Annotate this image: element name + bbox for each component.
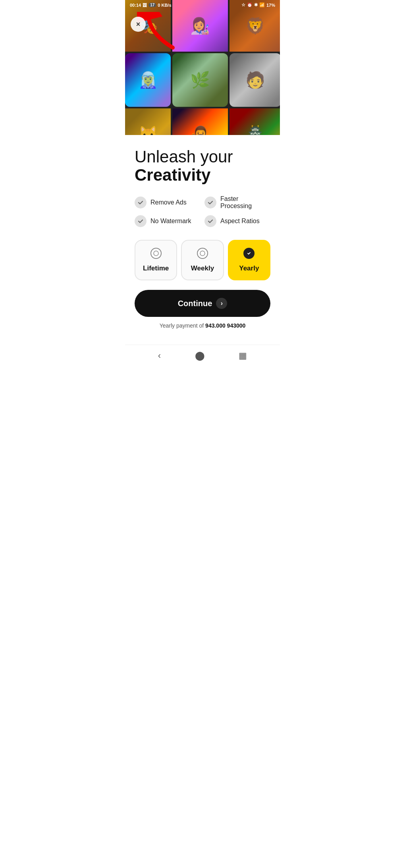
feature-faster-processing: Faster Processing [204, 195, 270, 210]
recents-icon[interactable]: ▦ [239, 351, 247, 361]
feature-aspect-ratios: Aspect Ratios [204, 215, 270, 227]
feature-label-remove-ads: Remove Ads [150, 199, 187, 206]
check-icon-remove-ads [135, 197, 147, 208]
grid-layout: 🎭 👩‍🎨 🦁 🧝‍♀️ 🌿 🧑 🐱 🥷 🏯 [125, 0, 280, 135]
main-content: Unleash your Creativity Remove Ads Faste… [125, 135, 280, 345]
image-gallery: 🎭 👩‍🎨 🦁 🧝‍♀️ 🌿 🧑 🐱 🥷 🏯 × [125, 0, 280, 135]
star-icon: ☆ [241, 2, 245, 8]
bottom-nav: ‹ ⬤ ▦ [125, 345, 280, 366]
payment-prefix: Yearly payment of [160, 322, 205, 329]
plan-weekly[interactable]: Weekly [181, 240, 224, 280]
close-button[interactable]: × [131, 17, 146, 32]
check-icon-aspect-ratios [204, 215, 216, 227]
feature-remove-ads: Remove Ads [135, 195, 201, 210]
headline-line1: Unleash your [135, 147, 233, 166]
feature-label-faster-processing: Faster Processing [220, 195, 270, 210]
continue-arrow-icon: › [216, 298, 227, 309]
continue-button[interactable]: Continue › [135, 290, 270, 317]
data-speed: 0 KB/s [158, 3, 171, 8]
feature-label-no-watermark: No Watermark [150, 218, 191, 225]
radio-yearly [243, 248, 255, 259]
grid-image-7: 🐱 [125, 108, 171, 135]
check-icon-faster-processing [204, 197, 216, 208]
notification-icon: 🖼 [143, 3, 147, 8]
feature-label-aspect-ratios: Aspect Ratios [220, 218, 260, 225]
features-list: Remove Ads Faster Processing No Watermar… [135, 195, 270, 227]
plan-lifetime-label: Lifetime [143, 264, 169, 272]
radio-weekly [197, 248, 208, 259]
radio-lifetime [150, 248, 162, 259]
plan-yearly-label: Yearly [239, 264, 259, 272]
grid-image-9: 🏯 [230, 108, 280, 135]
feature-no-watermark: No Watermark [135, 215, 201, 227]
time: 00:14 [130, 3, 141, 8]
payment-amount: 943.000 943000 [205, 322, 245, 329]
grid-image-5: 🌿 [172, 53, 228, 107]
wifi-icon: 📶 [259, 2, 265, 8]
plan-yearly[interactable]: Yearly [228, 240, 270, 280]
payment-note: Yearly payment of 943.000 943000 [135, 322, 270, 329]
plan-lifetime[interactable]: Lifetime [135, 240, 177, 280]
bluetooth-icon: ✱ [254, 2, 258, 8]
alarm-icon: ⏰ [247, 2, 253, 8]
headline: Unleash your Creativity [135, 148, 270, 184]
badge: 17 [148, 3, 156, 7]
continue-label: Continue [178, 299, 212, 308]
plan-weekly-label: Weekly [191, 264, 214, 272]
back-icon[interactable]: ‹ [158, 351, 161, 361]
status-bar: 00:14 🖼 17 0 KB/s ☆ ⏰ ✱ 📶 17% [125, 0, 280, 10]
close-icon: × [136, 20, 141, 29]
grid-image-6: 🧑 [230, 53, 280, 107]
svg-point-1 [154, 251, 158, 256]
home-icon[interactable]: ⬤ [195, 351, 205, 361]
headline-line2: Creativity [135, 166, 270, 184]
svg-point-2 [200, 251, 205, 256]
battery: 17% [266, 3, 275, 8]
grid-image-8: 🥷 [172, 108, 228, 135]
status-left: 00:14 🖼 17 0 KB/s [130, 3, 172, 8]
grid-image-4: 🧝‍♀️ [125, 53, 171, 107]
plan-selector: Lifetime Weekly Yearly [135, 240, 270, 280]
check-icon-no-watermark [135, 215, 147, 227]
status-right: ☆ ⏰ ✱ 📶 17% [241, 2, 275, 8]
